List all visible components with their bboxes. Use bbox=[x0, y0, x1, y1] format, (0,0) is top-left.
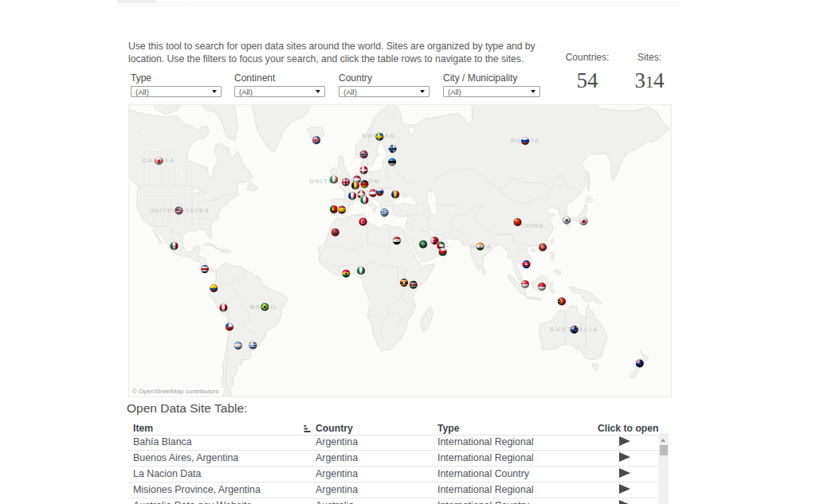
svg-text:CHINA: CHINA bbox=[520, 222, 544, 229]
